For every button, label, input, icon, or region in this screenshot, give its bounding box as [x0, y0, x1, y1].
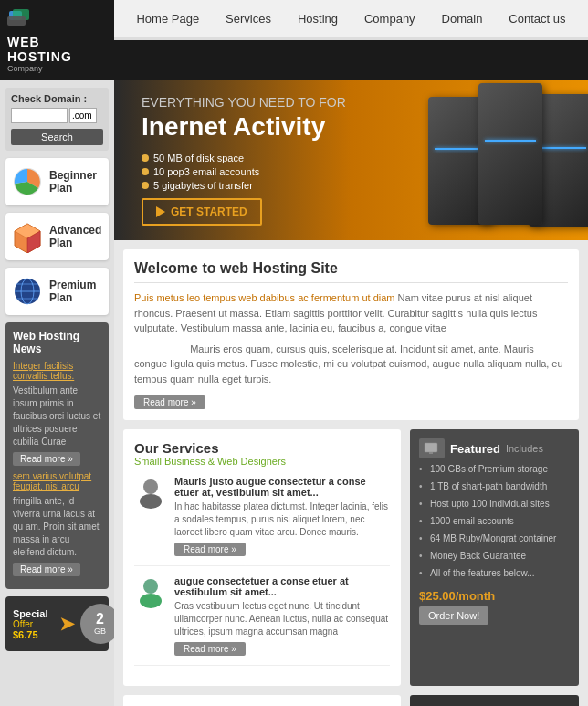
- offer-price: $6.75: [13, 629, 48, 640]
- featured-icon: [419, 438, 445, 458]
- feature-text: 50 MB of disk space: [153, 153, 244, 163]
- plan-icon-pie: [11, 165, 44, 198]
- news-item-0: Integer facilisis convallis tellus. Vest…: [13, 361, 101, 471]
- offer-arrow: ➤: [59, 613, 75, 635]
- offer-special-label: Special: [13, 608, 48, 619]
- banner: EVERYTHING YOU NEED TO FOR Inernet Activ…: [114, 80, 588, 240]
- featured-title: Featured Includes: [419, 438, 570, 458]
- logo-subtext: Company: [7, 64, 43, 73]
- featured-list: 100 GBs of Premium storage1 TB of shart-…: [419, 460, 570, 582]
- bullet-icon: [142, 154, 149, 162]
- news-read-more-0[interactable]: Read more »: [13, 452, 80, 466]
- offer-gb-unit: GB: [94, 627, 106, 636]
- offer-gb-number: 2: [96, 612, 104, 627]
- feature-text: 5 gigabytes of transfer: [153, 180, 253, 191]
- header: WEB HOSTING Company Home PageServicesHos…: [0, 0, 588, 80]
- service-desc-1: Cras vestibulum lectus eget nunc. Ut tin…: [174, 600, 390, 638]
- welcome-title: Welcome to web Hosting Site: [134, 260, 568, 283]
- service-content-1: augue consectetuer a conse etuer at vest…: [174, 575, 390, 656]
- domain-ext-input[interactable]: [69, 108, 97, 123]
- domain-check-box: Check Domain : Search: [5, 88, 109, 151]
- order-button[interactable]: Order Now!: [419, 606, 488, 625]
- nav-item-domain[interactable]: Domain: [435, 7, 490, 30]
- content-area: EVERYTHING YOU NEED TO FOR Inernet Activ…: [114, 80, 588, 706]
- svg-rect-16: [425, 443, 437, 452]
- news-box: Web Hosting News Integer facilisis conva…: [5, 322, 109, 589]
- plan-label: Beginner Plan: [49, 169, 103, 195]
- svg-rect-2: [7, 16, 26, 26]
- services-items: Mauris justo augue consectetur a conse e…: [134, 476, 390, 666]
- welcome-highlight: Puis metus leo tempus web dabibus ac fer…: [134, 292, 398, 303]
- banner-servers: [428, 80, 579, 240]
- get-started-label: GET STARTED: [171, 205, 247, 218]
- svg-point-15: [140, 594, 162, 608]
- plan-icon-globe: [11, 275, 44, 308]
- bottom-row: Affiliate Program Curabitur ipsum. Vesti…: [123, 695, 579, 706]
- affiliate-section: Affiliate Program Curabitur ipsum. Vesti…: [123, 695, 401, 706]
- plan-item-globe[interactable]: Premium Plan: [5, 268, 109, 315]
- service-name-0: Mauris justo augue consectetur a conse e…: [174, 476, 390, 498]
- plan-item-pie[interactable]: Beginner Plan: [5, 158, 109, 205]
- plan-item-cube[interactable]: Advanced Plan: [5, 213, 109, 260]
- svg-point-13: [140, 494, 162, 509]
- plans-container: Beginner PlanAdvanced PlanPremium Plan: [5, 158, 109, 315]
- svg-rect-17: [429, 452, 433, 454]
- svg-point-14: [143, 579, 158, 594]
- service-item-0: Mauris justo augue consectetur a conse e…: [134, 476, 390, 566]
- get-started-button[interactable]: GET STARTED: [142, 198, 262, 226]
- welcome-read-more[interactable]: Read more »: [134, 395, 205, 409]
- services-subtitle: Smaill Business & Web Designers: [134, 456, 390, 467]
- domain-input[interactable]: [11, 108, 68, 123]
- services-title: Our Services: [134, 440, 390, 456]
- featured-list-item: 1 TB of shart-path bandwidth: [419, 478, 570, 495]
- sidebar: Check Domain : Search Beginner PlanAdvan…: [0, 80, 114, 706]
- service-content-0: Mauris justo augue consectetur a conse e…: [174, 476, 390, 556]
- featured-list-item: Money Back Guarantee: [419, 547, 570, 564]
- nav-item-company[interactable]: Company: [357, 7, 423, 30]
- banner-features: 50 MB of disk space10 pop3 email account…: [142, 153, 346, 191]
- nav-item-contact-us[interactable]: Contact us: [501, 7, 572, 30]
- banner-subtitle: EVERYTHING YOU NEED TO FOR: [142, 95, 346, 110]
- news-read-more-1[interactable]: Read more »: [13, 563, 80, 576]
- plan-label: Advanced Plan: [49, 224, 103, 249]
- plan-icon-cube: [11, 220, 44, 253]
- navigation: Home PageServicesHostingCompanyDomainCon…: [114, 0, 588, 40]
- featured-list-item: 100 GBs of Premium storage: [419, 460, 570, 478]
- service-avatar-1: [134, 575, 167, 608]
- news-text-1: fringilla ante, id viverra urna lacus at…: [13, 495, 101, 559]
- svg-point-12: [143, 479, 158, 494]
- banner-feature: 50 MB of disk space: [142, 153, 346, 163]
- featured-label: Featured: [450, 442, 500, 456]
- featured-includes-label: Includes: [506, 443, 543, 454]
- service-item-1: augue consectetuer a conse etuer at vest…: [134, 575, 390, 666]
- featured-list-item: Host upto 100 Individual sites: [419, 495, 570, 512]
- logo-area: WEB HOSTING Company: [0, 0, 114, 80]
- news-items: Integer facilisis convallis tellus. Vest…: [13, 361, 101, 582]
- monitor-small-icon: [423, 441, 441, 456]
- bullet-icon: [142, 182, 149, 189]
- service-name-1: augue consectetuer a conse etuer at vest…: [174, 575, 390, 597]
- search-button[interactable]: Search: [11, 129, 103, 145]
- nav-item-hosting[interactable]: Hosting: [290, 7, 345, 30]
- welcome-highlight2: [134, 343, 190, 354]
- news-link-0[interactable]: Integer facilisis convallis tellus.: [13, 361, 101, 381]
- nav-item-services[interactable]: Services: [218, 7, 278, 30]
- offer-sub-label: Offer: [13, 619, 48, 629]
- banner-feature: 10 pop3 email accounts: [142, 166, 346, 177]
- featured-list-item: 1000 email accounts: [419, 512, 570, 530]
- featured-list-item: 64 MB Ruby/Mongrat container: [419, 530, 570, 547]
- content-body: Welcome to web Hosting Site Puis metus l…: [114, 240, 588, 706]
- server-image-2: [478, 83, 542, 225]
- news-item-1: sem varius volutpat feugiat, nisi arcu f…: [13, 471, 101, 582]
- banner-title: Inernet Activity: [142, 113, 346, 142]
- service-read-more-0[interactable]: Read more »: [174, 543, 246, 556]
- two-column-section: Our Services Smaill Business & Web Desig…: [123, 429, 579, 686]
- live-support-section: Live support and control Panel View Deta…: [410, 695, 579, 706]
- service-read-more-1[interactable]: Read more »: [174, 642, 246, 656]
- nav-item-home-page[interactable]: Home Page: [129, 7, 206, 30]
- welcome-section: Welcome to web Hosting Site Puis metus l…: [123, 249, 579, 420]
- service-desc-0: In hac habitasse platea dictumst. Intege…: [174, 501, 390, 539]
- domain-label: Check Domain :: [11, 93, 103, 104]
- news-link-1[interactable]: sem varius volutpat feugiat, nisi arcu: [13, 471, 101, 491]
- welcome-para2: Mauris eros quam, cursus quis, scelerisq…: [134, 342, 568, 387]
